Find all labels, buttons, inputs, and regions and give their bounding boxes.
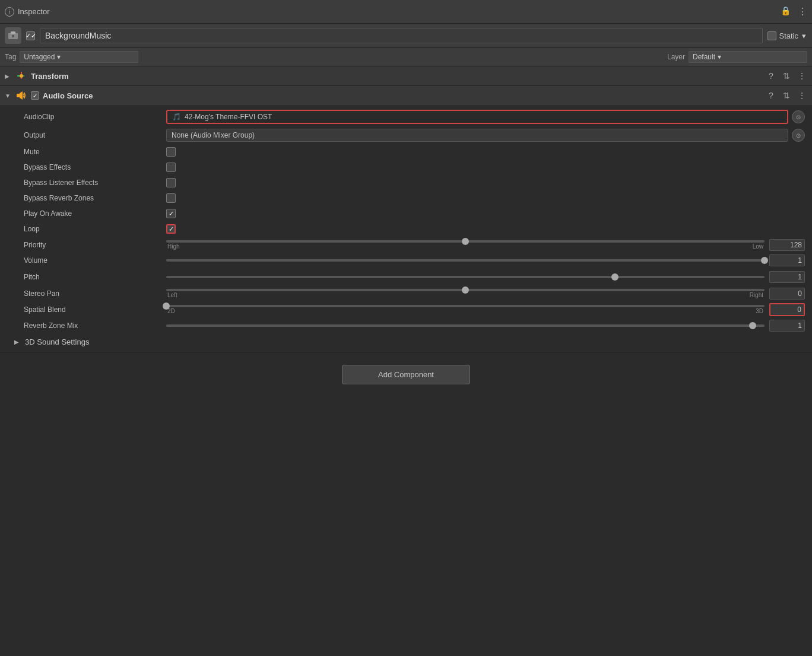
layer-value: Default [693, 53, 715, 61]
lock-icon[interactable]: 🔒 [781, 6, 791, 17]
menu-icon[interactable]: ⋮ [798, 6, 807, 17]
stereo-pan-slider-thumb[interactable] [462, 286, 469, 294]
layer-chevron-icon: ▾ [718, 53, 721, 61]
pitch-input[interactable] [769, 271, 805, 283]
transform-collapse-icon: ▶ [5, 73, 12, 79]
audio-source-enable-checkbox[interactable]: ✓ [31, 91, 39, 100]
priority-label: Priority [24, 241, 166, 249]
bypass-reverb-checkbox[interactable] [166, 193, 176, 203]
tab-bar-icons: 🔒 ⋮ [781, 6, 807, 17]
static-label: Static [779, 31, 798, 40]
tab-bar: i Inspector 🔒 ⋮ [0, 0, 812, 24]
audioclip-value-container: 🎵 42-Mog's Theme-FFVI OST ⊙ [166, 110, 805, 124]
output-target-btn[interactable]: ⊙ [792, 129, 805, 142]
bypass-listener-value-container [166, 178, 805, 187]
pitch-slider-area [166, 276, 765, 278]
volume-row: Volume [0, 252, 812, 269]
pitch-row: Pitch [0, 269, 812, 285]
volume-value-container [166, 254, 805, 266]
play-on-awake-checkbox[interactable]: ✓ [166, 209, 176, 218]
transform-icon [15, 70, 27, 82]
tag-dropdown[interactable]: Untagged ▾ [20, 51, 138, 63]
output-row: Output None (Audio Mixer Group) ⊙ [0, 126, 812, 144]
reverb-zone-input[interactable] [769, 320, 805, 332]
bypass-effects-checkbox[interactable] [166, 163, 176, 172]
svg-rect-1 [11, 31, 15, 34]
audio-source-sliders-icon[interactable]: ⇅ [781, 90, 792, 101]
spatial-blend-input[interactable] [769, 303, 805, 316]
tag-value: Untagged [24, 53, 55, 61]
bypass-listener-label: Bypass Listener Effects [24, 179, 166, 187]
spatial-blend-min-label: 2D [167, 308, 175, 314]
volume-input[interactable] [769, 254, 805, 266]
audio-note-icon: 🎵 [172, 113, 181, 121]
inspector-title: Inspector [18, 7, 49, 16]
bypass-reverb-label: Bypass Reverb Zones [24, 194, 166, 202]
sound-settings-label: 3D Sound Settings [25, 337, 89, 346]
spatial-blend-slider-thumb[interactable] [163, 302, 170, 310]
audioclip-field[interactable]: 🎵 42-Mog's Theme-FFVI OST [166, 110, 788, 124]
loop-label: Loop [24, 225, 166, 233]
stereo-pan-max-label: Right [750, 292, 763, 298]
layer-dropdown[interactable]: Default ▾ [689, 51, 807, 63]
audioclip-target-btn[interactable]: ⊙ [792, 110, 805, 123]
priority-slider-thumb[interactable] [462, 238, 469, 245]
play-on-awake-row: Play On Awake ✓ [0, 206, 812, 221]
layer-label: Layer [667, 53, 685, 61]
static-checkbox[interactable] [767, 31, 776, 40]
bypass-listener-row: Bypass Listener Effects [0, 175, 812, 190]
volume-slider-thumb[interactable] [761, 257, 768, 264]
audioclip-row: AudioClip 🎵 42-Mog's Theme-FFVI OST ⊙ [0, 107, 812, 126]
spatial-blend-slider-track[interactable] [166, 305, 765, 307]
reverb-zone-slider-track[interactable] [166, 324, 765, 327]
gameobject-name-field[interactable] [40, 28, 763, 43]
bypass-reverb-row: Bypass Reverb Zones [0, 190, 812, 206]
add-component-button[interactable]: Add Component [342, 365, 470, 384]
volume-slider-row [166, 259, 765, 262]
stereo-pan-slider-area: Left Right [166, 289, 765, 298]
priority-input[interactable] [769, 239, 805, 251]
add-component-area: Add Component [0, 353, 812, 396]
transform-component: ▶ Transform ? ⇅ ⋮ [0, 66, 812, 86]
reverb-zone-slider-row [166, 324, 765, 327]
tag-label: Tag [5, 53, 16, 61]
priority-slider-row [166, 240, 765, 243]
sound-settings-collapse-icon: ▶ [14, 339, 21, 345]
pitch-slider-track[interactable] [166, 276, 765, 278]
transform-sliders-icon[interactable]: ⇅ [781, 71, 792, 81]
transform-menu-icon[interactable]: ⋮ [797, 71, 807, 81]
stereo-pan-slider-track[interactable] [166, 289, 765, 291]
mute-checkbox[interactable] [166, 147, 176, 157]
audio-source-component: ▼ ✓ Audio Source ? ⇅ ⋮ AudioClip 🎵 42-Mo… [0, 86, 812, 353]
volume-slider-track[interactable] [166, 259, 765, 262]
volume-slider-area [166, 259, 765, 262]
output-field[interactable]: None (Audio Mixer Group) [166, 129, 788, 142]
static-section: Static ▾ [767, 30, 807, 42]
audio-source-header[interactable]: ▼ ✓ Audio Source ? ⇅ ⋮ [0, 86, 812, 105]
static-dropdown[interactable]: ▾ [801, 30, 807, 42]
play-on-awake-value-container: ✓ [166, 209, 805, 218]
tag-layer-row: Tag Untagged ▾ Layer Default ▾ [0, 48, 812, 66]
info-icon: i [5, 7, 14, 17]
gameobject-checkbox[interactable]: ✓ [26, 31, 35, 40]
audio-source-menu-icon[interactable]: ⋮ [797, 90, 807, 101]
bypass-listener-checkbox[interactable] [166, 178, 176, 187]
transform-help-icon[interactable]: ? [766, 71, 776, 81]
svg-rect-8 [17, 94, 20, 97]
svg-point-3 [20, 74, 23, 78]
bypass-reverb-value-container [166, 193, 805, 203]
gameobject-icon [5, 27, 21, 44]
bypass-effects-label: Bypass Effects [24, 163, 166, 171]
priority-row: Priority High Low [0, 237, 812, 252]
sound-settings-header[interactable]: ▶ 3D Sound Settings [0, 334, 812, 350]
inspector-tab[interactable]: i Inspector [5, 7, 49, 17]
priority-max-label: Low [753, 243, 763, 250]
transform-header[interactable]: ▶ Transform ? ⇅ ⋮ [0, 66, 812, 85]
priority-slider-track[interactable] [166, 240, 765, 243]
pitch-slider-thumb[interactable] [611, 273, 618, 281]
reverb-zone-slider-thumb[interactable] [749, 322, 756, 329]
audio-source-help-icon[interactable]: ? [766, 90, 776, 101]
spatial-blend-label: Spatial Blend [24, 305, 166, 314]
loop-checkbox[interactable]: ✓ [166, 224, 176, 234]
stereo-pan-input[interactable] [769, 288, 805, 300]
